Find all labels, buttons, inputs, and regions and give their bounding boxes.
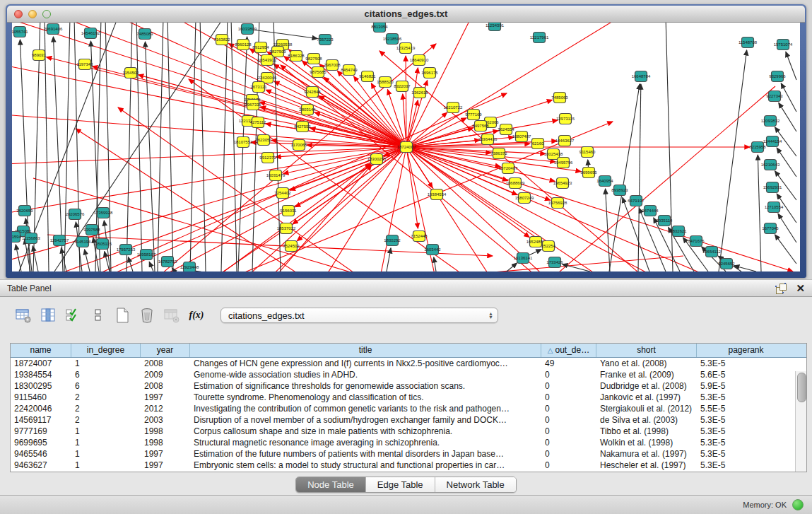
network-node[interactable]: 8912954 (252, 42, 269, 53)
network-node[interactable]: 2673121 (250, 82, 267, 93)
network-node[interactable]: 11548708 (739, 37, 758, 48)
function-builder-icon[interactable]: f(x) (187, 306, 206, 325)
network-node[interactable]: 9875685 (310, 67, 326, 78)
network-node[interactable]: 10688609 (506, 178, 525, 189)
column-header-year[interactable]: year (141, 344, 190, 357)
network-node[interactable]: 7254402 (274, 188, 291, 199)
citation-edge-black[interactable] (126, 23, 132, 271)
float-panel-icon[interactable] (775, 283, 787, 294)
network-node[interactable]: 1677045 (762, 223, 779, 234)
network-node[interactable]: 20206576 (66, 209, 85, 220)
network-node[interactable]: 14546192 (81, 28, 100, 39)
citation-edge-black[interactable] (85, 250, 90, 271)
citation-edge-black[interactable] (786, 52, 796, 80)
table-row[interactable]: 946554611997Estimation of the future num… (11, 448, 806, 460)
network-node[interactable]: 1733426 (546, 257, 563, 268)
column-header-pagerank[interactable]: pagerank (697, 344, 795, 357)
network-node[interactable]: 8322037 (394, 81, 411, 92)
citation-edge-red[interactable] (406, 147, 546, 153)
network-node[interactable]: 9397588 (83, 225, 100, 235)
network-node[interactable]: 62160 (532, 139, 545, 149)
citation-edge-red[interactable] (40, 147, 406, 271)
network-node[interactable]: 1603442 (424, 245, 441, 255)
select-all-icon[interactable] (64, 306, 82, 325)
citation-edge-black[interactable] (45, 23, 49, 271)
column-header-in_degree[interactable]: in_degree (71, 344, 141, 357)
network-node[interactable]: 8186328 (288, 51, 305, 62)
column-header-name[interactable]: name (11, 344, 71, 357)
network-node[interactable]: 9227343 (766, 91, 783, 102)
table-row[interactable]: 977716911998Corpus callosum shape and si… (11, 426, 806, 437)
citation-edge-black[interactable] (781, 83, 796, 112)
network-node[interactable]: 19218506 (383, 34, 402, 45)
network-node[interactable]: 16210643 (761, 160, 780, 170)
citation-edge-red[interactable] (549, 86, 775, 271)
citation-edge-black[interactable] (231, 23, 237, 271)
citation-edge-black[interactable] (606, 189, 610, 271)
network-canvas[interactable]: 1872400718300295193845549890311197343115… (12, 23, 800, 271)
network-node[interactable]: 1154502 (123, 68, 140, 78)
network-node[interactable]: 1055741 (12, 27, 28, 37)
citation-edge-black[interactable] (247, 29, 317, 39)
network-node[interactable]: 8813054 (371, 23, 388, 33)
citation-edge-black[interactable] (200, 23, 206, 271)
network-node[interactable]: 20364436 (478, 134, 498, 145)
tab-network-table[interactable]: Network Table (435, 477, 516, 492)
table-row[interactable]: 1456911722003Disruption of a novel membe… (11, 414, 806, 426)
network-node[interactable]: 9777169 (465, 110, 482, 120)
citation-edge-black[interactable] (145, 42, 155, 271)
citation-edge-black[interactable] (387, 248, 391, 271)
network-node[interactable]: 1170065 (291, 140, 308, 151)
network-node[interactable]: 8938923 (611, 185, 628, 196)
citation-edge-black[interactable] (434, 257, 436, 271)
network-node[interactable]: 7485083 (136, 29, 153, 40)
column-header-title[interactable]: title (190, 344, 541, 357)
citation-edge-red[interactable] (406, 147, 418, 228)
network-node[interactable]: 16782753 (158, 257, 177, 267)
network-node[interactable]: 16033809 (238, 24, 257, 35)
citation-edge-black[interactable] (758, 155, 761, 271)
citation-edge-black[interactable] (221, 23, 228, 271)
network-node[interactable]: 4275112 (250, 117, 267, 128)
network-node[interactable]: 8427552 (294, 122, 311, 132)
network-node[interactable]: 7152448 (411, 231, 428, 242)
tab-edge-table[interactable]: Edge Table (366, 477, 435, 492)
citation-edge-red[interactable] (406, 112, 447, 147)
table-row[interactable]: 946362711997Embryonic stem cells: a mode… (11, 460, 806, 471)
table-row[interactable]: 1872400712008Changes of HCN gene express… (11, 358, 806, 369)
network-node[interactable]: 1830292 (384, 235, 401, 246)
network-node[interactable]: 7386372 (490, 148, 507, 159)
network-node[interactable]: 16648784 (632, 71, 651, 82)
network-node[interactable]: 7163822 (213, 35, 230, 45)
citation-edge-red[interactable] (12, 23, 406, 147)
network-node[interactable]: 1696175 (421, 68, 438, 78)
table-row[interactable]: 911546021997Tourette syndrome. Phenomeno… (11, 392, 806, 403)
network-node[interactable]: 2967008 (324, 60, 341, 71)
network-node[interactable]: 14463627 (555, 136, 575, 146)
citation-edge-red[interactable] (12, 65, 406, 147)
network-node[interactable]: 19756928 (548, 198, 567, 209)
network-node[interactable]: 6497568 (472, 121, 489, 132)
citation-edge-black[interactable] (775, 235, 796, 264)
network-node[interactable]: 8215958 (749, 142, 766, 153)
network-node[interactable]: 16210722 (444, 103, 463, 113)
network-node[interactable]: 9242848 (304, 87, 321, 98)
close-panel-icon[interactable]: ✕ (796, 283, 805, 293)
network-node[interactable]: 15692931 (763, 182, 782, 193)
clear-selection-icon[interactable] (88, 306, 107, 325)
network-node[interactable]: 12093832 (761, 116, 780, 127)
network-node[interactable]: 2620659 (16, 206, 33, 216)
citation-edge-black[interactable] (158, 23, 163, 271)
network-node[interactable]: 9245652 (718, 259, 735, 269)
network-node[interactable]: 19654923 (553, 178, 572, 189)
network-node[interactable]: 6479197 (628, 196, 645, 206)
network-node[interactable]: 7623051 (255, 135, 272, 146)
network-node[interactable]: 15807249 (515, 193, 534, 204)
network-node[interactable]: 12444154 (763, 136, 782, 147)
network-node[interactable]: 8454749 (341, 65, 358, 76)
window-titlebar[interactable]: citations_edges.txt (7, 6, 805, 23)
table-selector-dropdown[interactable]: citations_edges.txt ▲▼ (220, 308, 498, 323)
citation-edge-red[interactable] (12, 147, 406, 164)
network-node[interactable]: 12325419 (396, 43, 416, 54)
network-node[interactable]: 17957253 (117, 245, 136, 255)
